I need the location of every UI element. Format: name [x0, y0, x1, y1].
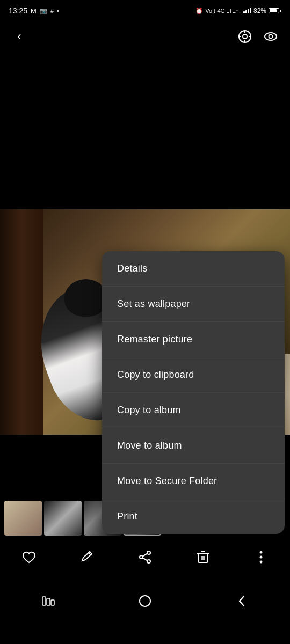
delete-button[interactable]	[191, 545, 215, 569]
battery-icon	[269, 8, 281, 13]
context-menu: Details Set as wallpaper Remaster pictur…	[102, 251, 285, 534]
door-frame	[0, 209, 43, 435]
menu-item-print[interactable]: Print	[102, 499, 285, 534]
navigation-bar	[0, 574, 290, 644]
menu-item-move-secure[interactable]: Move to Secure Folder	[102, 464, 285, 499]
svg-point-22	[260, 560, 263, 563]
alarm-icon: ⏰	[195, 8, 203, 14]
svg-rect-25	[51, 600, 54, 605]
status-left: 13:25 M 📷 # •	[9, 6, 59, 15]
heart-icon	[21, 550, 37, 565]
status-bar: 13:25 M 📷 # • ⏰ Vol) 4G LTE↑↓ 82%	[0, 0, 290, 21]
svg-line-12	[143, 553, 147, 556]
battery-percent: 82%	[253, 7, 266, 14]
status-right: ⏰ Vol) 4G LTE↑↓ 82%	[195, 7, 281, 14]
pencil-icon	[80, 550, 94, 564]
top-nav: ‹	[0, 21, 290, 52]
recents-icon	[42, 596, 55, 606]
bottom-toolbar	[0, 539, 290, 574]
carrier-m-icon: M	[31, 7, 37, 15]
svg-point-11	[147, 560, 150, 563]
more-vertical-icon	[259, 550, 263, 564]
back-icon: ‹	[17, 30, 21, 43]
slideshow-icon	[238, 30, 252, 43]
thumbnail-2[interactable]	[44, 501, 82, 536]
lte-icon: 4G LTE↑↓	[218, 8, 241, 14]
svg-point-21	[260, 555, 263, 558]
svg-rect-23	[42, 597, 46, 605]
svg-point-7	[269, 35, 273, 39]
vol-icon: Vol)	[205, 8, 215, 14]
svg-rect-24	[47, 598, 50, 605]
recents-button[interactable]	[35, 588, 62, 614]
svg-point-6	[265, 33, 277, 40]
back-chevron-icon	[238, 595, 245, 608]
svg-point-9	[147, 551, 150, 554]
eye-button[interactable]	[260, 26, 281, 47]
home-circle-icon	[139, 595, 151, 608]
back-button[interactable]: ‹	[9, 26, 30, 47]
svg-line-13	[143, 558, 147, 560]
trash-icon	[197, 550, 209, 564]
home-button[interactable]	[132, 588, 158, 614]
signal-bars	[243, 8, 251, 13]
slideshow-button[interactable]	[234, 26, 256, 47]
svg-point-20	[260, 551, 263, 553]
thumbnail-1[interactable]	[4, 501, 42, 536]
nav-icons-right	[234, 26, 281, 47]
menu-item-set-wallpaper[interactable]: Set as wallpaper	[102, 287, 285, 322]
svg-point-10	[140, 555, 143, 559]
hashtag-icon: #	[50, 8, 54, 14]
svg-point-1	[243, 34, 247, 39]
back-nav-button[interactable]	[228, 588, 255, 614]
dog-face	[64, 279, 107, 317]
share-button[interactable]	[133, 545, 157, 569]
menu-item-copy-clipboard[interactable]: Copy to clipboard	[102, 357, 285, 393]
edit-button[interactable]	[75, 545, 99, 569]
dot-icon: •	[57, 8, 59, 14]
gallery-icon: 📷	[40, 8, 47, 14]
menu-item-copy-album[interactable]: Copy to album	[102, 393, 285, 428]
svg-point-26	[140, 596, 150, 606]
menu-item-remaster[interactable]: Remaster picture	[102, 322, 285, 357]
share-icon	[138, 550, 152, 564]
time-display: 13:25	[9, 6, 27, 15]
menu-item-move-album[interactable]: Move to album	[102, 428, 285, 464]
menu-item-details[interactable]: Details	[102, 251, 285, 287]
more-button[interactable]	[249, 545, 273, 569]
favorite-button[interactable]	[17, 545, 41, 569]
eye-icon	[264, 30, 278, 43]
